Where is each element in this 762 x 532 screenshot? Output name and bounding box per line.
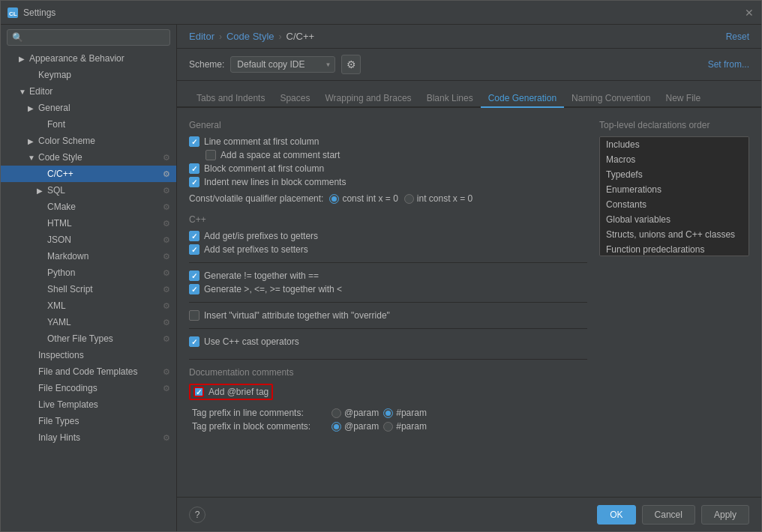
search-box[interactable]: 🔍	[7, 29, 170, 46]
ok-button[interactable]: OK	[597, 505, 635, 525]
check-line-comment[interactable]	[189, 136, 200, 147]
check-set-prefix[interactable]	[189, 244, 200, 255]
tab-spaces[interactable]: Spaces	[272, 90, 317, 108]
close-button[interactable]: ✕	[743, 7, 755, 19]
decl-typedefs[interactable]: Typedefs	[600, 167, 748, 182]
set-from-button[interactable]: Set from...	[708, 59, 749, 70]
check-indent-block[interactable]	[189, 177, 200, 187]
decl-constants[interactable]: Constants	[600, 197, 748, 212]
sidebar-item-font[interactable]: Font	[1, 116, 176, 133]
tag-block-row: Tag prefix in block comments: @param #pa…	[192, 421, 587, 432]
sidebar-item-keymap[interactable]: Keymap	[1, 67, 176, 83]
sidebar-item-file-types[interactable]: File Types	[1, 413, 176, 429]
radio-line-param[interactable]: @param	[332, 408, 379, 418]
sidebar-item-inlay-hints[interactable]: Inlay Hints ⚙	[1, 429, 176, 446]
sidebar-item-live-templates[interactable]: Live Templates	[1, 396, 176, 413]
main-content: 🔍 ▶ Appearance & Behavior Keymap ▼ Edito…	[1, 25, 761, 531]
decl-includes[interactable]: Includes	[600, 137, 748, 152]
decl-enumerations[interactable]: Enumerations	[600, 182, 748, 197]
radio-btn-line-param[interactable]	[332, 408, 341, 418]
radio-btn-int-const[interactable]	[404, 194, 414, 204]
breadcrumb-editor[interactable]: Editor	[189, 31, 214, 42]
sidebar-item-json[interactable]: JSON ⚙	[1, 232, 176, 248]
sidebar-item-other-file-types[interactable]: Other File Types ⚙	[1, 330, 176, 347]
label-line-comment[interactable]: Line comment at first column	[204, 136, 319, 147]
radio-btn-block-param[interactable]	[332, 422, 341, 432]
radio-int-const[interactable]: int const x = 0	[404, 193, 472, 204]
check-block-comment[interactable]	[189, 163, 200, 174]
sidebar-item-label: HTML	[47, 218, 72, 229]
panel-right: Top-level declarations order Includes Ma…	[599, 117, 749, 488]
sidebar-item-markdown[interactable]: Markdown ⚙	[1, 248, 176, 265]
decl-global-vars[interactable]: Global variables	[600, 212, 748, 227]
search-input[interactable]	[26, 32, 165, 43]
sidebar-item-xml[interactable]: XML ⚙	[1, 297, 176, 314]
check-generate-cmp[interactable]	[189, 284, 200, 294]
sidebar-item-sql[interactable]: ▶ SQL ⚙	[1, 182, 176, 199]
xml-settings-icon: ⚙	[163, 301, 170, 311]
check-get-prefix[interactable]	[189, 231, 200, 241]
label-add-brief[interactable]: Add @brief tag	[208, 387, 268, 397]
radio-block-param[interactable]: @param	[332, 421, 379, 432]
label-get-prefix[interactable]: Add get/is prefixes to getters	[204, 231, 318, 241]
reset-button[interactable]: Reset	[726, 31, 749, 42]
radio-const-int[interactable]: const int x = 0	[329, 193, 398, 204]
sidebar-item-color-scheme[interactable]: ▶ Color Scheme	[1, 133, 176, 149]
option-get-prefix: Add get/is prefixes to getters	[189, 231, 587, 241]
encodings-settings-icon: ⚙	[163, 384, 170, 393]
sidebar-item-label: Appearance & Behavior	[29, 53, 124, 64]
radio-line-hash-param[interactable]: #param	[383, 408, 427, 418]
sidebar-item-file-code-templates[interactable]: File and Code Templates ⚙	[1, 363, 176, 380]
sidebar-item-shell-script[interactable]: Shell Script ⚙	[1, 281, 176, 297]
scheme-dropdown[interactable]: Default copy IDE	[230, 56, 335, 73]
label-use-cpp-cast[interactable]: Use C++ cast operators	[204, 336, 299, 347]
sidebar-item-editor[interactable]: ▼ Editor	[1, 83, 176, 100]
breadcrumb-code-style[interactable]: Code Style	[226, 31, 274, 42]
sidebar-item-general[interactable]: ▶ General	[1, 100, 176, 116]
decl-structs[interactable]: Structs, unions and C++ classes	[600, 227, 748, 242]
radio-btn-const-int[interactable]	[329, 194, 339, 204]
window-title: Settings	[23, 7, 743, 18]
radio-btn-block-hash-param[interactable]	[383, 422, 393, 432]
sidebar-item-inspections[interactable]: Inspections	[1, 347, 176, 363]
check-space-comment[interactable]	[206, 150, 216, 160]
tab-naming[interactable]: Naming Convention	[564, 90, 658, 108]
label-generate-cmp[interactable]: Generate >, <=, >= together with <	[204, 284, 342, 294]
tab-code-generation[interactable]: Code Generation	[481, 90, 564, 108]
apply-button[interactable]: Apply	[701, 505, 749, 525]
check-insert-virtual[interactable]	[189, 310, 200, 321]
tab-new-file[interactable]: New File	[658, 90, 708, 108]
decl-predeclarations[interactable]: Function predeclarations	[600, 242, 748, 256]
label-generate-noteq[interactable]: Generate != together with ==	[204, 270, 319, 281]
label-insert-virtual[interactable]: Insert "virtual" attribute together with…	[204, 310, 390, 321]
cancel-button[interactable]: Cancel	[642, 505, 695, 525]
sidebar-item-cpp[interactable]: C/C++ ⚙	[1, 166, 176, 182]
panel-body: General Line comment at first column Add…	[177, 108, 761, 497]
help-button[interactable]: ?	[189, 507, 206, 523]
tab-blank-lines[interactable]: Blank Lines	[419, 90, 481, 108]
label-space-comment[interactable]: Add a space at comment start	[220, 150, 340, 160]
scheme-gear-button[interactable]: ⚙	[341, 55, 361, 74]
check-generate-noteq[interactable]	[189, 270, 200, 281]
radio-btn-line-hash-param[interactable]	[383, 408, 393, 418]
sidebar-item-cmake[interactable]: CMake ⚙	[1, 199, 176, 215]
option-generate-cmp: Generate >, <=, >= together with <	[189, 284, 587, 294]
sidebar-item-yaml[interactable]: YAML ⚙	[1, 314, 176, 330]
label-block-comment[interactable]: Block comment at first column	[204, 163, 324, 174]
sidebar-item-python[interactable]: Python ⚙	[1, 265, 176, 281]
label-set-prefix[interactable]: Add set prefixes to setters	[204, 244, 308, 255]
tab-wrapping[interactable]: Wrapping and Braces	[317, 90, 418, 108]
svg-text:CL: CL	[9, 10, 17, 17]
tab-tabs-indents[interactable]: Tabs and Indents	[189, 90, 272, 108]
sidebar-item-html[interactable]: HTML ⚙	[1, 215, 176, 232]
sidebar-item-code-style[interactable]: ▼ Code Style ⚙	[1, 149, 176, 166]
sidebar-item-appearance[interactable]: ▶ Appearance & Behavior	[1, 50, 176, 67]
decl-macros[interactable]: Macros	[600, 152, 748, 167]
label-indent-block[interactable]: Indent new lines in block comments	[204, 177, 346, 187]
check-add-brief[interactable]	[194, 387, 204, 397]
option-indent-block: Indent new lines in block comments	[189, 177, 587, 187]
scheme-select[interactable]: Default copy IDE	[230, 56, 335, 73]
check-use-cpp-cast[interactable]	[189, 336, 200, 347]
radio-block-hash-param[interactable]: #param	[383, 421, 427, 432]
sidebar-item-file-encodings[interactable]: File Encodings ⚙	[1, 380, 176, 396]
